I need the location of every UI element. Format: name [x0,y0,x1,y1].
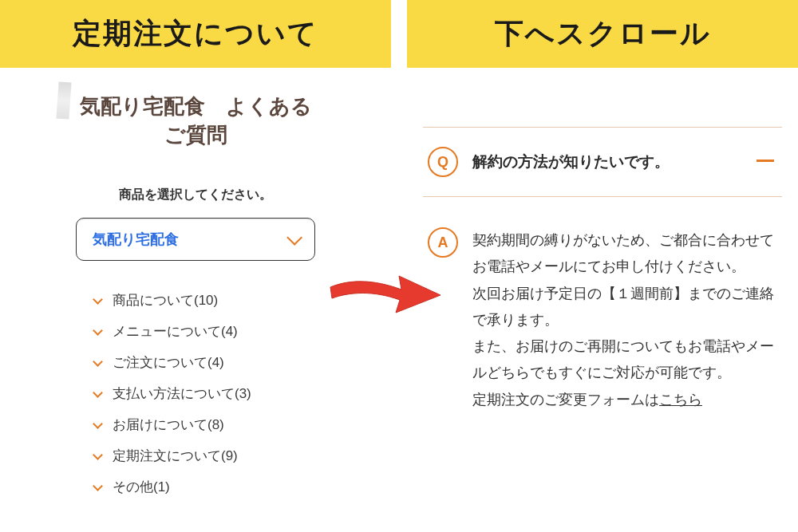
answer-line: また、お届けのご再開についてもお電話やメールどちらでもすぐにご対応が可能です。 [472,338,774,380]
select-prompt: 商品を選択してください。 [0,187,391,203]
category-item[interactable]: その他(1) [94,478,391,496]
product-select[interactable]: 気配り宅配食 [76,218,315,261]
category-item[interactable]: 定期注文について(9) [94,447,391,465]
chevron-down-icon [93,357,103,367]
category-item[interactable]: 支払い方法について(3) [94,384,391,403]
chevron-down-icon [93,450,103,460]
category-item[interactable]: お届けについて(8) [94,416,391,434]
category-item[interactable]: ご注文について(4) [94,353,391,372]
chevron-down-icon [93,325,103,336]
answer-line: 次回お届け予定日の【１週間前】までのご連絡で承ります。 [472,286,774,328]
left-panel: 定期注文について 気配り宅配食 よくあるご質問 商品を選択してください。 気配り… [0,0,391,532]
category-label: 定期注文について(9) [113,447,238,465]
chevron-down-icon [93,388,103,398]
chevron-down-icon [93,294,103,305]
category-label: お届けについて(8) [113,416,224,434]
page-title: 気配り宅配食 よくあるご質問 [76,92,315,150]
a-badge: A [428,227,458,258]
product-select-value: 気配り宅配食 [93,230,179,249]
question-text: 解約の方法が知りたいです。 [472,147,742,172]
category-item[interactable]: メニューについて(4) [94,322,391,341]
left-banner: 定期注文について [0,0,391,68]
category-label: ご注文について(4) [113,353,224,372]
right-banner: 下へスクロール [407,0,798,68]
q-badge: Q [428,147,458,177]
answer-line: 契約期間の縛りがないため、ご都合に合わせてお電話やメールにてお申し付けください。 [472,232,774,274]
category-label: メニューについて(4) [113,322,238,341]
decorative-bar-icon [56,81,71,119]
chevron-down-icon [286,230,302,246]
faq-title-area: 気配り宅配食 よくあるご質問 [0,68,391,158]
minus-icon[interactable] [757,160,774,162]
category-label: その他(1) [113,478,170,496]
category-list: 商品について(10) メニューについて(4) ご注文について(4) 支払い方法に… [94,291,391,496]
category-label: 支払い方法について(3) [113,384,251,403]
answer-block: A 契約期間の縛りがないため、ご都合に合わせてお電話やメールにてお申し付けくださ… [423,197,782,413]
answer-link[interactable]: こちら [659,392,702,408]
category-item[interactable]: 商品について(10) [94,291,391,309]
right-panel: 下へスクロール Q 解約の方法が知りたいです。 A 契約期間の縛りがないため、ご… [407,0,798,532]
category-label: 商品について(10) [113,291,218,309]
question-block[interactable]: Q 解約の方法が知りたいです。 [423,128,782,196]
answer-text: 契約期間の縛りがないため、ご都合に合わせてお電話やメールにてお申し付けください。… [472,227,774,413]
right-banner-title: 下へスクロール [423,14,782,53]
chevron-down-icon [93,481,103,491]
chevron-down-icon [93,419,103,429]
left-banner-title: 定期注文について [16,14,375,53]
answer-link-prefix: 定期注文のご変更フォームは [472,392,659,408]
